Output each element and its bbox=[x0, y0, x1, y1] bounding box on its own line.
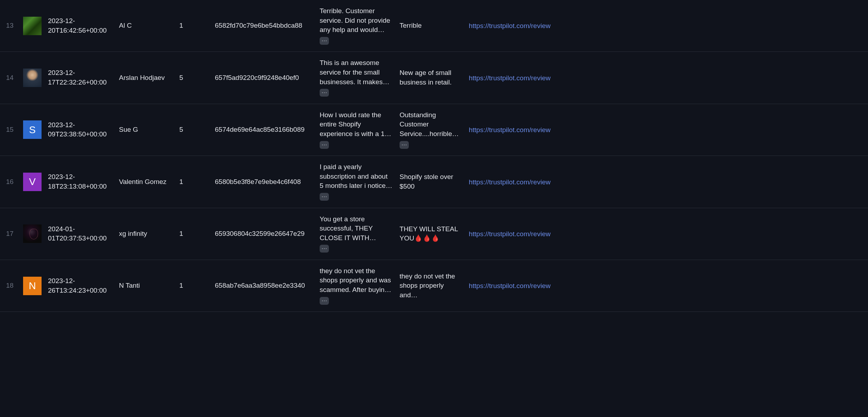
avatar-cell: N bbox=[20, 277, 48, 295]
review-title-cell: Shopify stole over $500 bbox=[400, 172, 469, 191]
review-title: Outstanding Customer Service....horrible… bbox=[400, 110, 462, 139]
row-index: 16 bbox=[0, 177, 20, 187]
review-title: Shopify stole over $500 bbox=[400, 172, 462, 191]
review-link-cell: https://trustpilot.com/review bbox=[469, 73, 868, 83]
vertical-scrollbar[interactable] bbox=[866, 0, 868, 312]
review-id: 6574de69e64ac85e3166b089 bbox=[215, 125, 320, 135]
review-title-cell: THEY WILL STEAL YOU🩸🩸🩸 bbox=[400, 224, 469, 243]
review-rating: 1 bbox=[179, 177, 215, 187]
reviews-table: 132023-12-20T16:42:56+00:00Al C16582fd70… bbox=[0, 0, 868, 312]
review-date: 2023-12-18T23:13:08+00:00 bbox=[48, 172, 119, 191]
review-id: 659306804c32599e26647e29 bbox=[215, 229, 320, 239]
row-index: 15 bbox=[0, 125, 20, 135]
review-date: 2024-01-01T20:37:53+00:00 bbox=[48, 224, 119, 243]
table-row: 172024-01-01T20:37:53+00:00xg infinity16… bbox=[0, 208, 868, 260]
table-row: 132023-12-20T16:42:56+00:00Al C16582fd70… bbox=[0, 0, 868, 52]
avatar bbox=[23, 17, 42, 35]
review-body: they do not vet the shops properly and w… bbox=[320, 266, 393, 295]
review-link[interactable]: https://trustpilot.com/review bbox=[469, 22, 550, 29]
avatar bbox=[23, 69, 42, 87]
review-body-cell: How I would rate the entire Shopify expe… bbox=[320, 110, 400, 149]
expand-body-button[interactable]: ⋯ bbox=[320, 141, 329, 149]
review-link-cell: https://trustpilot.com/review bbox=[469, 177, 868, 187]
review-link[interactable]: https://trustpilot.com/review bbox=[469, 126, 550, 134]
review-title-cell: Outstanding Customer Service....horrible… bbox=[400, 110, 469, 149]
review-title: Terrible bbox=[400, 21, 462, 31]
expand-body-button[interactable]: ⋯ bbox=[320, 245, 329, 253]
review-rating: 1 bbox=[179, 21, 215, 31]
table-row: 15S2023-12-09T23:38:50+00:00Sue G56574de… bbox=[0, 104, 868, 156]
review-link[interactable]: https://trustpilot.com/review bbox=[469, 74, 550, 82]
row-index: 17 bbox=[0, 229, 20, 239]
row-index: 14 bbox=[0, 73, 20, 83]
expand-body-button[interactable]: ⋯ bbox=[320, 297, 329, 305]
review-id: 657f5ad9220c9f9248e40ef0 bbox=[215, 73, 320, 83]
review-rating: 1 bbox=[179, 229, 215, 239]
review-title: New age of small business in retail. bbox=[400, 68, 462, 87]
avatar-cell bbox=[20, 224, 48, 243]
review-body-cell: This is an awesome service for the small… bbox=[320, 58, 400, 97]
review-date: 2023-12-17T22:32:26+00:00 bbox=[48, 68, 119, 87]
avatar-cell bbox=[20, 69, 48, 87]
review-body: This is an awesome service for the small… bbox=[320, 58, 393, 87]
row-index: 13 bbox=[0, 21, 20, 31]
review-title: they do not vet the shops properly and… bbox=[400, 272, 462, 300]
table-row: 18N2023-12-26T13:24:23+00:00N Tanti1658a… bbox=[0, 260, 868, 312]
review-body: Terrible. Customer service. Did not prov… bbox=[320, 6, 393, 35]
review-rating: 5 bbox=[179, 73, 215, 83]
review-title-cell: Terrible bbox=[400, 21, 469, 31]
review-id: 658ab7e6aa3a8958ee2e3340 bbox=[215, 281, 320, 291]
review-rating: 1 bbox=[179, 281, 215, 291]
review-link[interactable]: https://trustpilot.com/review bbox=[469, 178, 550, 186]
review-link-cell: https://trustpilot.com/review bbox=[469, 281, 868, 291]
expand-body-button[interactable]: ⋯ bbox=[320, 89, 329, 97]
review-date: 2023-12-09T23:38:50+00:00 bbox=[48, 120, 119, 139]
reviewer-name: Valentin Gomez bbox=[119, 177, 179, 187]
reviewer-name: Sue G bbox=[119, 125, 179, 135]
review-link[interactable]: https://trustpilot.com/review bbox=[469, 230, 550, 238]
avatar: V bbox=[23, 173, 42, 191]
avatar: N bbox=[23, 277, 42, 295]
review-body-cell: they do not vet the shops properly and w… bbox=[320, 266, 400, 305]
avatar-cell: V bbox=[20, 173, 48, 191]
review-link-cell: https://trustpilot.com/review bbox=[469, 21, 868, 31]
review-title-cell: New age of small business in retail. bbox=[400, 68, 469, 87]
table-row: 16V2023-12-18T23:13:08+00:00Valentin Gom… bbox=[0, 156, 868, 208]
table-row: 142023-12-17T22:32:26+00:00Arslan Hodjae… bbox=[0, 52, 868, 104]
review-date: 2023-12-20T16:42:56+00:00 bbox=[48, 16, 119, 35]
review-body: How I would rate the entire Shopify expe… bbox=[320, 110, 393, 139]
review-body-cell: Terrible. Customer service. Did not prov… bbox=[320, 6, 400, 45]
expand-body-button[interactable]: ⋯ bbox=[320, 37, 329, 45]
review-link[interactable]: https://trustpilot.com/review bbox=[469, 282, 550, 289]
review-rating: 5 bbox=[179, 125, 215, 135]
reviewer-name: Al C bbox=[119, 21, 179, 31]
review-link-cell: https://trustpilot.com/review bbox=[469, 229, 868, 239]
review-id: 6582fd70c79e6be54bbdca88 bbox=[215, 21, 320, 31]
review-body: You get a store successful, THEY CLOSE I… bbox=[320, 215, 393, 243]
review-body: I paid a yearly subscription and about 5… bbox=[320, 162, 393, 191]
review-link-cell: https://trustpilot.com/review bbox=[469, 125, 868, 135]
avatar bbox=[23, 224, 42, 243]
row-index: 18 bbox=[0, 281, 20, 291]
expand-title-button[interactable]: ⋯ bbox=[400, 141, 409, 149]
review-id: 6580b5e3f8e7e9ebe4c6f408 bbox=[215, 177, 320, 187]
review-body-cell: You get a store successful, THEY CLOSE I… bbox=[320, 215, 400, 253]
review-date: 2023-12-26T13:24:23+00:00 bbox=[48, 276, 119, 295]
review-title-cell: they do not vet the shops properly and… bbox=[400, 272, 469, 300]
review-body-cell: I paid a yearly subscription and about 5… bbox=[320, 162, 400, 201]
review-title: THEY WILL STEAL YOU🩸🩸🩸 bbox=[400, 224, 462, 243]
avatar-cell bbox=[20, 17, 48, 35]
expand-body-button[interactable]: ⋯ bbox=[320, 193, 329, 201]
avatar-cell: S bbox=[20, 120, 48, 139]
reviewer-name: Arslan Hodjaev bbox=[119, 73, 179, 83]
reviewer-name: xg infinity bbox=[119, 229, 179, 239]
avatar: S bbox=[23, 120, 42, 139]
reviewer-name: N Tanti bbox=[119, 281, 179, 291]
